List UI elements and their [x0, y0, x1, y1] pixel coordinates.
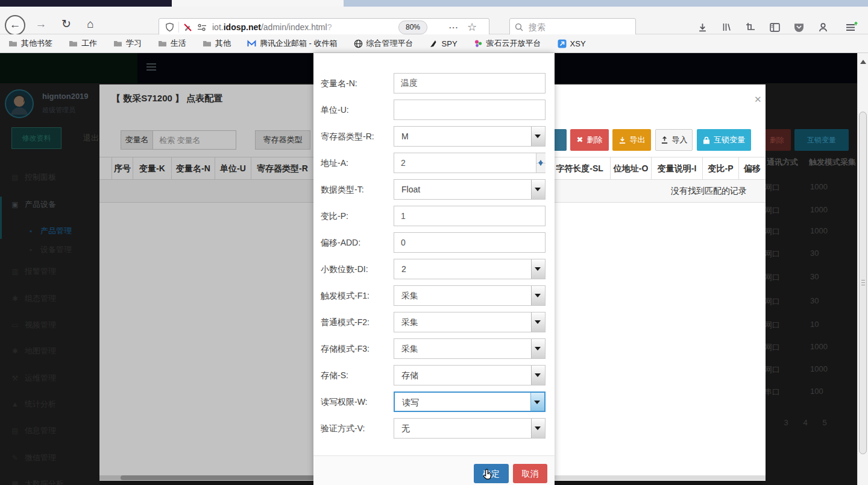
sidebar-item-alarm[interactable]: ▥报警管理: [11, 266, 56, 277]
number-stepper[interactable]: [536, 153, 546, 173]
verify-mode-select[interactable]: 无: [394, 418, 546, 439]
sidebar-toggle-icon[interactable]: [767, 21, 782, 34]
export-button[interactable]: 导出: [612, 129, 651, 151]
page-actions-icon[interactable]: ⋯: [448, 22, 459, 33]
decimals-select[interactable]: 2: [394, 259, 546, 279]
data-icon: ▦: [11, 480, 19, 485]
sidebar-item-ops[interactable]: ⚒运维管理: [11, 373, 56, 384]
chevron-down-icon[interactable]: [531, 419, 545, 438]
address-input[interactable]: [394, 153, 546, 173]
lock-icon: [703, 136, 710, 144]
bookmark-tencent-mail[interactable]: 腾讯企业邮箱 - 收件箱: [247, 38, 338, 49]
sidebar-item-bigdata[interactable]: ▦大数据分析: [11, 478, 64, 485]
col-ratio[interactable]: 变比-P: [702, 157, 738, 180]
offset-input[interactable]: [394, 232, 546, 253]
profile-button[interactable]: 修改资料: [11, 127, 61, 149]
scroll-up-icon[interactable]: [860, 57, 866, 64]
bookmark-folder-misc[interactable]: 其他: [203, 38, 231, 49]
background-col-connection: 通讯方式: [767, 157, 798, 168]
bookmark-ezviz-platform[interactable]: 萤石云开放平台: [474, 38, 541, 49]
download-icon[interactable]: [694, 21, 710, 34]
home-button[interactable]: ⌂: [81, 15, 100, 34]
register-type-select[interactable]: M: [394, 126, 546, 147]
pagination-page-4: 4: [799, 418, 811, 427]
browser-search-box[interactable]: [509, 18, 636, 36]
sidebar-item-map[interactable]: ✱地图管理: [11, 346, 56, 357]
chevron-down-icon[interactable]: [531, 180, 545, 199]
sidebar-collapse-icon[interactable]: [146, 63, 156, 72]
storage-select[interactable]: 存储: [394, 365, 546, 385]
col-offset[interactable]: 偏移: [738, 157, 766, 180]
shield-icon[interactable]: [165, 22, 174, 32]
bookmark-folder-work[interactable]: 工作: [69, 38, 97, 49]
search-input[interactable]: [527, 22, 620, 33]
tab-strip-dark-segment: [0, 0, 172, 7]
cancel-button[interactable]: 取消: [513, 464, 547, 483]
chevron-down-icon[interactable]: [531, 286, 545, 305]
edit-icon: ✎: [11, 454, 19, 462]
bookmark-folder-life[interactable]: 生活: [158, 38, 186, 49]
zoom-level-badge[interactable]: 80%: [398, 21, 427, 34]
bg-cell: 1000: [810, 205, 828, 214]
account-icon[interactable]: [815, 21, 831, 34]
chevron-down-icon[interactable]: [531, 127, 545, 146]
home-icon: ▤: [11, 173, 19, 182]
col-variable-desc[interactable]: 变量说明-I: [651, 157, 702, 180]
chevron-down-icon[interactable]: [530, 393, 544, 411]
vertical-scrollbar-thumb[interactable]: [859, 112, 867, 454]
pocket-icon[interactable]: [791, 21, 807, 34]
browser-tab-strip[interactable]: [0, 0, 868, 7]
sidebar-subitem-product-manage[interactable]: ▪产品管理: [27, 226, 72, 236]
pen-disabled-icon[interactable]: [183, 23, 192, 32]
unit-input[interactable]: [394, 100, 546, 120]
logout-link[interactable]: 退出: [83, 133, 99, 144]
field-label-storage: 存储-S:: [321, 365, 392, 385]
sidebar-item-scada[interactable]: ✱组态管理: [11, 293, 56, 304]
rw-permission-select[interactable]: 读写: [394, 391, 546, 412]
bookmark-management-platform[interactable]: 综合管理平台: [354, 38, 414, 49]
chevron-down-icon[interactable]: [531, 339, 545, 358]
sidebar-item-wechat[interactable]: ✎微信管理: [11, 452, 56, 463]
variable-name-input[interactable]: [394, 73, 546, 94]
interlock-variable-button[interactable]: 互锁变量: [697, 129, 751, 151]
ratio-input[interactable]: [394, 206, 546, 226]
chevron-down-icon[interactable]: [531, 259, 545, 279]
sidebar-item-stats[interactable]: ▲统计分析: [11, 399, 56, 410]
sidebar-item-product-device[interactable]: ▣产品设备: [11, 199, 56, 210]
back-button[interactable]: ←: [5, 15, 25, 36]
col-bit-address[interactable]: 位地址-O: [610, 157, 651, 180]
sidebar-subitem-device-manage[interactable]: ▪设备管理: [27, 244, 72, 255]
bg-cell: 网口: [764, 249, 780, 259]
active-tab-segment[interactable]: [172, 0, 344, 7]
close-icon[interactable]: ✕: [754, 94, 762, 105]
forward-button[interactable]: →: [31, 15, 51, 34]
delete-button[interactable]: ✖删除: [570, 129, 609, 151]
storage-mode-select[interactable]: 采集: [394, 338, 546, 359]
import-button[interactable]: 导入: [655, 129, 693, 151]
trigger-mode-select[interactable]: 采集: [394, 285, 546, 306]
bookmark-star-icon[interactable]: ☆: [467, 21, 477, 34]
menu-hamburger-icon[interactable]: [843, 21, 861, 34]
bg-cell: 串口: [764, 387, 780, 398]
col-char-length[interactable]: 字符长度-SL: [549, 157, 610, 180]
bookmark-folder-study[interactable]: 学习: [113, 38, 142, 49]
chevron-down-icon[interactable]: [531, 312, 545, 332]
bookmark-folder-other[interactable]: 其他书签: [8, 38, 52, 49]
sidebar-item-info[interactable]: ▤信息管理: [11, 425, 56, 436]
url-bar[interactable]: iot.idosp.net/admin/index.html? 80% ⋯ ☆: [159, 18, 489, 36]
sidebar-item-video[interactable]: ▭视频管理: [11, 320, 56, 331]
bookmark-spy[interactable]: SPY: [430, 39, 458, 48]
screenshot-crop-icon[interactable]: [743, 21, 758, 34]
browser-vertical-scrollbar[interactable]: [857, 53, 868, 485]
reload-button[interactable]: ↻: [57, 15, 76, 34]
bookmark-xsy[interactable]: XSY: [558, 39, 586, 48]
chevron-down-icon[interactable]: [531, 366, 545, 385]
data-type-select[interactable]: Float: [394, 179, 546, 200]
step-down-icon[interactable]: [538, 162, 543, 168]
sidebar-item-home[interactable]: ▤控制面板: [11, 172, 56, 183]
bg-cell: 网口: [764, 342, 780, 353]
normal-mode-select[interactable]: 采集: [394, 312, 546, 332]
permissions-icon[interactable]: [197, 24, 207, 31]
avatar[interactable]: [5, 89, 34, 118]
library-icon[interactable]: [719, 21, 734, 34]
